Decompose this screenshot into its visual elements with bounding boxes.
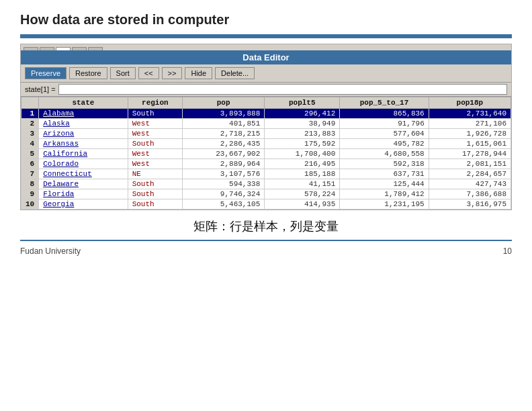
cell-region: West xyxy=(128,119,182,129)
col-header-pop18p: pop18p xyxy=(429,97,511,109)
cell-col3: 2,889,964 xyxy=(183,159,265,169)
page-title: How data are stored in computer xyxy=(0,0,532,34)
cell-col6: 1,926,728 xyxy=(429,129,511,139)
cell-col4: 414,935 xyxy=(265,199,340,210)
cell-col3: 3,893,888 xyxy=(183,109,265,119)
data-table-wrap: state region pop poplt5 pop_5_to_17 pop1… xyxy=(21,97,511,210)
table-row: 1AlabamaSouth3,893,888296,412865,8362,73… xyxy=(21,109,511,119)
cell-col5: 1,231,195 xyxy=(340,199,429,210)
cell-state: California xyxy=(39,149,128,159)
cell-rownum: 2 xyxy=(21,119,39,129)
cell-rownum: 5 xyxy=(21,149,39,159)
col-header-pop: pop xyxy=(183,97,265,109)
cell-col6: 17,278,944 xyxy=(429,149,511,159)
cell-region: West xyxy=(128,129,182,139)
cell-state: Florida xyxy=(39,189,128,199)
cell-col3: 594,338 xyxy=(183,179,265,189)
preserve-button[interactable]: Preserve xyxy=(25,67,66,79)
cell-rownum: 4 xyxy=(21,139,39,149)
state-row: state[1] = xyxy=(21,83,511,97)
footer-page: 10 xyxy=(503,246,512,256)
cell-region: NE xyxy=(128,169,182,179)
cell-col6: 2,081,151 xyxy=(429,159,511,169)
cell-col4: 216,495 xyxy=(265,159,340,169)
table-row: 10GeorgiaSouth5,463,105414,9351,231,1953… xyxy=(21,199,511,210)
chinese-caption: 矩阵：行是样本，列是变量 xyxy=(0,210,532,240)
win-tab-4[interactable] xyxy=(88,47,103,50)
cell-state: Colorado xyxy=(39,159,128,169)
cell-col4: 175,592 xyxy=(265,139,340,149)
cell-rownum: 3 xyxy=(21,129,39,139)
cell-col4: 1,708,400 xyxy=(265,149,340,159)
table-row: 9FloridaSouth9,746,324578,2241,789,4127,… xyxy=(21,189,511,199)
table-row: 3ArizonaWest2,718,215213,883577,6041,926… xyxy=(21,129,511,139)
cell-region: South xyxy=(128,109,182,119)
screenshot-area: Data Editor Preserve Restore Sort << >> … xyxy=(20,44,512,210)
cell-region: South xyxy=(128,179,182,189)
table-row: 8DelawareSouth594,33841,151125,444427,74… xyxy=(21,179,511,189)
cell-col4: 296,412 xyxy=(265,109,340,119)
cell-col4: 213,883 xyxy=(265,129,340,139)
cell-region: South xyxy=(128,199,182,210)
cell-col5: 592,318 xyxy=(340,159,429,169)
table-row: 2AlaskaWest401,85138,94991,796271,106 xyxy=(21,119,511,129)
cell-col6: 3,816,975 xyxy=(429,199,511,210)
col-header-poplt5: poplt5 xyxy=(265,97,340,109)
cell-rownum: 8 xyxy=(21,179,39,189)
next-button[interactable]: >> xyxy=(162,67,183,79)
col-header-rownum xyxy=(21,97,39,109)
title-separator xyxy=(20,34,512,38)
cell-state: Arkansas xyxy=(39,139,128,149)
cell-col3: 9,746,324 xyxy=(183,189,265,199)
cell-rownum: 9 xyxy=(21,189,39,199)
table-header-row: state region pop poplt5 pop_5_to_17 pop1… xyxy=(21,97,511,109)
cell-region: South xyxy=(128,189,182,199)
cell-col6: 271,106 xyxy=(429,119,511,129)
cell-state: Alaska xyxy=(39,119,128,129)
cell-col6: 2,284,657 xyxy=(429,169,511,179)
cell-state: Alabama xyxy=(39,109,128,119)
cell-col3: 2,718,215 xyxy=(183,129,265,139)
table-row: 5CaliforniaWest23,667,9021,708,4004,680,… xyxy=(21,149,511,159)
cell-rownum: 7 xyxy=(21,169,39,179)
cell-col4: 185,188 xyxy=(265,169,340,179)
cell-col5: 4,680,558 xyxy=(340,149,429,159)
restore-button[interactable]: Restore xyxy=(69,67,107,79)
cell-rownum: 6 xyxy=(21,159,39,169)
col-header-state: state xyxy=(39,97,128,109)
cell-col6: 427,743 xyxy=(429,179,511,189)
toolbar: Preserve Restore Sort << >> Hide Delete.… xyxy=(21,64,511,83)
cell-col4: 41,151 xyxy=(265,179,340,189)
win-tab-2[interactable] xyxy=(40,47,54,50)
cell-region: West xyxy=(128,149,182,159)
table-row: 4ArkansasSouth2,286,435175,592495,7821,6… xyxy=(21,139,511,149)
footer-university: Fudan University xyxy=(20,246,81,256)
col-header-pop5to17: pop_5_to_17 xyxy=(340,97,429,109)
state-label: state[1] = xyxy=(25,85,56,93)
prev-button[interactable]: << xyxy=(138,67,159,79)
win-tab-1[interactable] xyxy=(24,47,38,50)
win-tab-active[interactable] xyxy=(56,47,71,50)
cell-col5: 91,796 xyxy=(340,119,429,129)
data-table: state region pop poplt5 pop_5_to_17 pop1… xyxy=(21,97,511,210)
cell-col4: 38,949 xyxy=(265,119,340,129)
col-header-region: region xyxy=(128,97,182,109)
cell-col6: 2,731,640 xyxy=(429,109,511,119)
cell-col4: 578,224 xyxy=(265,189,340,199)
table-row: 6ColoradoWest2,889,964216,495592,3182,08… xyxy=(21,159,511,169)
win-tab-3[interactable] xyxy=(72,47,87,50)
cell-col6: 7,386,688 xyxy=(429,189,511,199)
state-input[interactable] xyxy=(58,84,507,95)
data-editor-titlebar: Data Editor xyxy=(21,50,511,64)
cell-state: Georgia xyxy=(39,199,128,210)
cell-col3: 5,463,105 xyxy=(183,199,265,210)
sort-button[interactable]: Sort xyxy=(110,67,136,79)
cell-col3: 2,286,435 xyxy=(183,139,265,149)
hide-button[interactable]: Hide xyxy=(185,67,212,79)
cell-region: West xyxy=(128,159,182,169)
delete-button[interactable]: Delete... xyxy=(215,67,255,79)
cell-state: Delaware xyxy=(39,179,128,189)
window-tabs xyxy=(21,44,511,50)
cell-state: Connecticut xyxy=(39,169,128,179)
cell-col3: 23,667,902 xyxy=(183,149,265,159)
